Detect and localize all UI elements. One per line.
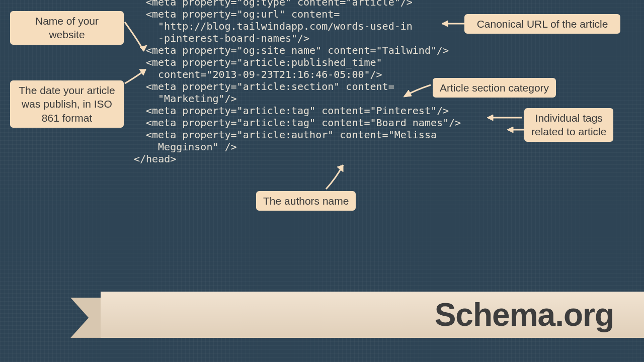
code-line: <meta property="og:type" content="articl… — [146, 0, 413, 8]
code-line: <meta property="article:tag" content="Bo… — [146, 117, 461, 129]
code-line: Megginson" /> — [146, 141, 237, 153]
code-line: "http://blog.tailwindapp.com/words-used-… — [146, 20, 413, 32]
code-line: <meta property="article:published_time" — [146, 56, 382, 68]
label-tags: Individual tags related to article — [524, 108, 613, 142]
code-block: <meta property="og:type" content="articl… — [146, 0, 461, 165]
code-line: -pinterest-board-names"/> — [146, 32, 309, 44]
code-line: </head> — [134, 153, 176, 165]
code-line: <meta property="og:site_name" content="T… — [146, 44, 449, 56]
arrow-canonical-url — [438, 18, 468, 29]
svg-marker-4 — [487, 115, 493, 121]
label-author: The authors name — [256, 191, 356, 211]
arrow-website-name — [123, 20, 149, 60]
ribbon-title: Schema.org — [435, 296, 614, 333]
arrow-tag-2 — [503, 124, 526, 135]
arrow-published-date — [123, 65, 152, 85]
label-canonical-url: Canonical URL of the article — [464, 14, 620, 34]
arrow-author — [321, 160, 351, 192]
code-line: <meta property="og:url" content= — [146, 8, 340, 20]
label-website-name: Name of your website — [10, 11, 124, 45]
arrow-section-category — [398, 83, 434, 101]
svg-marker-1 — [442, 21, 448, 27]
arrow-tag-1 — [483, 112, 524, 123]
label-published-date: The date your article was publish, in IS… — [10, 80, 124, 128]
code-line: content="2013-09-23T21:16:46-05:00"/> — [146, 68, 382, 80]
code-line: <meta property="article:section" content… — [146, 80, 394, 93]
ribbon-body: Schema.org — [101, 292, 644, 338]
svg-marker-2 — [139, 69, 146, 75]
svg-marker-5 — [507, 127, 513, 133]
label-section-category: Article section category — [433, 78, 556, 98]
section-ribbon: Schema.org — [70, 292, 644, 350]
code-line: <meta property="article:author" content=… — [146, 129, 437, 141]
code-line: "Marketing"/> — [146, 93, 237, 105]
code-line: <meta property="article:tag" content="Pi… — [146, 105, 449, 117]
svg-marker-3 — [404, 90, 412, 97]
